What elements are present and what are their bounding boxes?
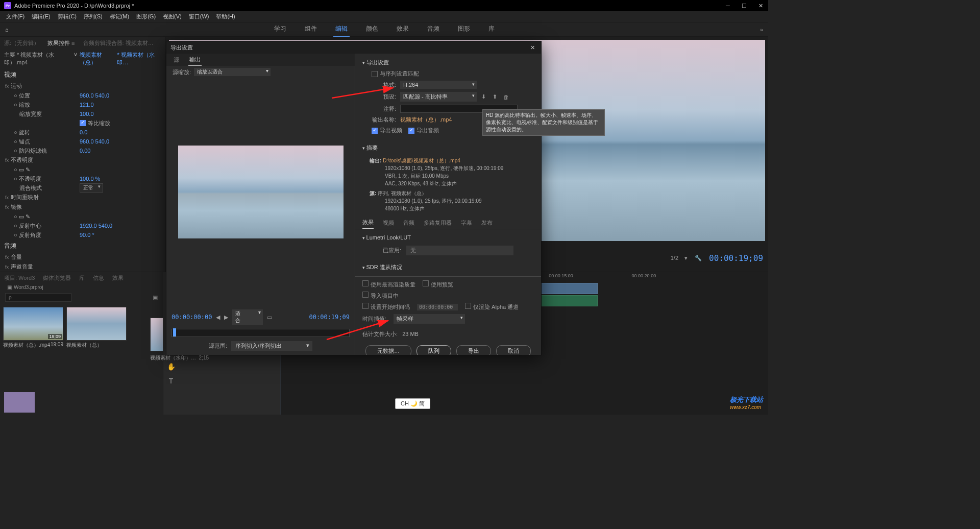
metadata-button[interactable]: 元数据… [365,345,411,355]
source-link-clip[interactable]: * 视频素材（水印… [117,51,161,66]
import-project-checkbox[interactable] [362,292,369,298]
workspace-tab-color[interactable]: 颜色 [364,21,380,37]
export-button[interactable]: 导出 [456,345,491,355]
use-preview-checkbox[interactable] [423,280,429,286]
hand-tool-icon[interactable]: ✋ [165,361,177,372]
home-icon[interactable]: ⌂ [5,27,9,33]
sub-tab-captions[interactable]: 字幕 [461,219,472,229]
sdr-section[interactable]: SDR 遵从情况 [362,261,534,273]
menu-clip[interactable]: 剪辑(C) [55,12,80,21]
tab-project[interactable]: 项目: Word3 [4,274,35,282]
prop-scale-width[interactable]: 缩放宽度100.0 [0,109,165,118]
menu-edit[interactable]: 编辑(E) [29,12,54,21]
tab-source[interactable]: 源:（无剪辑） [4,39,39,47]
tab-info[interactable]: 信息 [93,274,104,282]
prop-anti-flicker[interactable]: ○ 防闪烁滤镜0.00 [0,146,165,155]
project-search-input[interactable] [5,293,71,302]
format-dropdown[interactable]: H.264 [400,81,477,89]
sub-tab-effects[interactable]: 效果 [362,219,374,229]
start-tc-input[interactable]: 00:00:00:00 [417,304,458,310]
play-back-icon[interactable]: ◀ [216,314,220,321]
max-quality-checkbox[interactable] [362,280,369,286]
fx-channel-volume[interactable]: fx声道音量 [0,262,165,272]
menu-help[interactable]: 帮助(H) [213,12,238,21]
mask-tools[interactable]: ○ ▭ ✎ [0,165,165,174]
workspace-tab-learn[interactable]: 学习 [272,21,288,37]
sub-tab-publish[interactable]: 发布 [481,219,493,229]
import-preset-icon[interactable]: ⬆ [491,93,498,101]
workspace-tab-audio[interactable]: 音频 [425,21,442,37]
interpolation-dropdown[interactable]: 帧采样 [394,314,465,324]
new-bin-icon[interactable]: ▣ [153,294,158,301]
workspace-tab-effects[interactable]: 效果 [395,21,411,37]
mask-tools-2[interactable]: ○ ▭ ✎ [0,212,165,221]
lumetri-section[interactable]: Lumetri Look/LUT [362,232,534,243]
wrench-icon[interactable]: 🔧 [694,253,703,262]
set-start-tc-checkbox[interactable] [362,303,369,309]
prop-rotation[interactable]: ○ 旋转0.0 [0,128,165,137]
sub-tab-audio[interactable]: 音频 [403,219,414,229]
summary-output-path[interactable]: D:\tools\桌面\视频素材（总）.mp4 [383,158,460,163]
maximize-button[interactable]: ☐ [741,2,748,9]
aspect-icon[interactable]: ▭ [267,314,272,321]
fx-time-remap[interactable]: fx时间重映射 [0,193,165,202]
fit-dropdown[interactable]: 适合 [232,309,263,325]
tab-audio-mixer[interactable]: 音频剪辑混合器: 视频素材… [83,39,154,47]
fx-opacity-group[interactable]: fx不透明度 [0,155,165,165]
minimize-button[interactable]: ─ [724,2,731,9]
menu-sequence[interactable]: 序列(S) [81,12,106,21]
export-video-checkbox[interactable] [372,128,378,134]
tab-libraries[interactable]: 库 [79,274,85,282]
prop-uniform-scale[interactable]: 等比缩放 [0,118,165,128]
cancel-button[interactable]: 取消 [496,345,531,355]
prop-blend-mode[interactable]: 混合模式正常 [0,183,165,193]
output-name-link[interactable]: 视频素材（总）.mp4 [400,116,452,124]
tab-media-browser[interactable]: 媒体浏览器 [43,274,71,282]
delete-preset-icon[interactable]: 🗑 [502,93,509,101]
zoom-level[interactable]: 1/2 [671,255,678,261]
prop-reflect-center[interactable]: ○ 反射中心1920.0 540.0 [0,221,165,230]
clip-item[interactable] [150,318,163,351]
export-timecode-in[interactable]: 00:00:00:00 [172,314,212,321]
tab-output-preview[interactable]: 输出 [188,54,202,66]
sub-tab-mux[interactable]: 多路复用器 [424,219,452,229]
play-fwd-icon[interactable]: ▶ [224,314,228,321]
menu-window[interactable]: 窗口(W) [186,12,212,21]
menu-file[interactable]: 文件(F) [3,12,28,21]
applied-dropdown[interactable]: 无 [406,246,513,255]
menu-graphics[interactable]: 图形(G) [133,12,159,21]
preset-dropdown[interactable]: 匹配源 - 高比特率 [400,92,477,102]
workspace-tab-graphics[interactable]: 图形 [456,21,472,37]
close-button[interactable]: ✕ [757,2,764,9]
workspace-tab-assembly[interactable]: 组件 [303,21,319,37]
tab-effects[interactable]: 效果 [112,274,124,282]
prop-anchor[interactable]: ○ 锚点960.0 540.0 [0,137,165,146]
save-preset-icon[interactable]: ⬇ [480,93,487,101]
prop-scale[interactable]: ○ 缩放121.0 [0,100,165,109]
source-link-sequence[interactable]: 视频素材（总） [80,51,115,66]
summary-section[interactable]: 摘要 [362,142,534,154]
export-audio-checkbox[interactable] [408,128,414,134]
render-alpha-checkbox[interactable] [465,303,471,309]
tab-effect-controls[interactable]: 效果控件 ≡ [47,39,75,47]
export-settings-section[interactable]: 导出设置 [362,57,534,68]
workspace-tab-libraries[interactable]: 库 [486,21,497,37]
prop-reflect-angle[interactable]: ○ 反射角度90.0 ° [0,230,165,239]
source-range-dropdown[interactable]: 序列切入/序列切出 [231,341,312,351]
clip-item[interactable]: 19;09 视频素材（总）.mp419;09 [3,307,63,350]
match-sequence-checkbox[interactable] [372,71,378,77]
fx-mirror[interactable]: fx镜像 [0,202,165,212]
fx-volume[interactable]: fx音量 [0,252,165,262]
workspace-tab-editing[interactable]: 编辑 [333,21,350,37]
fx-motion[interactable]: fx运动 [0,81,165,91]
menu-markers[interactable]: 标记(M) [107,12,133,21]
export-timecode-out[interactable]: 00:00:19;09 [309,314,350,321]
menu-view[interactable]: 视图(V) [160,12,185,21]
queue-button[interactable]: 队列 [416,345,451,355]
export-scrub-bar[interactable] [172,329,350,337]
program-timecode[interactable]: 00:00:19;09 [709,253,763,263]
type-tool-icon[interactable]: T [165,375,177,387]
source-scaling-dropdown[interactable]: 缩放以适合 [194,68,271,76]
prop-opacity[interactable]: ○ 不透明度100.0 % [0,174,165,183]
clip-item[interactable]: 视频素材（总） [66,307,127,350]
